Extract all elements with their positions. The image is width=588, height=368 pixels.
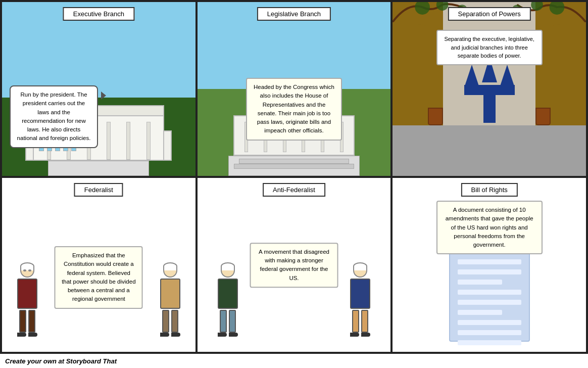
bor-document: [449, 241, 530, 342]
separation-title: Separation of Powers: [448, 7, 531, 21]
doc-line: [458, 340, 521, 345]
svg-rect-10: [464, 85, 515, 95]
storyboard-grid: Executive Branch: [0, 0, 588, 354]
antifederalist-person-left: [218, 263, 238, 337]
antifederalist-title: Anti-Federalist: [263, 183, 325, 197]
svg-point-0: [415, 2, 430, 15]
person-hair: [353, 262, 367, 270]
cell-bill-of-rights: Bill of Rights A document consisting of …: [391, 177, 587, 353]
svg-marker-8: [464, 65, 479, 87]
federalist-title: Federalist: [74, 183, 123, 197]
person-head: [20, 263, 34, 278]
person-hair: [163, 262, 177, 270]
doc-line-short: [458, 310, 502, 315]
federalist-person-right: [160, 263, 180, 337]
doc-line: [458, 259, 521, 264]
person-body: [160, 279, 180, 309]
footer: Create your own at Storyboard That: [0, 354, 588, 368]
person-head: [221, 263, 235, 278]
person-feet: [17, 333, 37, 337]
separation-arrows: [459, 57, 520, 123]
person-legs: [220, 310, 236, 333]
svg-point-1: [436, 2, 449, 11]
arch-floor: [393, 125, 586, 176]
legislative-title: Legislative Branch: [257, 7, 331, 21]
person-feet: [160, 333, 180, 337]
cell-legislative: Legislative Branch: [197, 1, 392, 177]
person-head: [163, 263, 177, 278]
doc-line: [458, 269, 521, 274]
person-hair: [20, 262, 34, 270]
person-feet: [350, 333, 370, 337]
executive-bubble: Run by the president. The president carr…: [10, 85, 98, 148]
executive-title: Executive Branch: [63, 7, 134, 21]
bor-scroll: A document consisting of 10 amendments t…: [436, 201, 543, 254]
doc-line: [458, 300, 521, 305]
cell-separation: Separating the executive, legislative, a…: [391, 1, 587, 177]
svg-point-3: [550, 2, 565, 15]
cell-federalist: Federalist: [1, 177, 197, 353]
pot-left: [428, 108, 443, 125]
person-feet: [218, 333, 238, 337]
doc-line: [458, 330, 521, 335]
person-hair: [221, 262, 235, 270]
svg-marker-9: [500, 65, 515, 87]
wh-steps: [48, 161, 149, 176]
bor-doc-lines: [450, 242, 529, 353]
doc-line-short: [458, 280, 502, 285]
footer-text: Create your own at Storyboard That: [5, 357, 117, 365]
person-body: [17, 279, 37, 309]
person-head: [353, 263, 367, 278]
legislative-scroll: Headed by the Congress which also includ…: [246, 78, 342, 141]
person-legs: [162, 310, 178, 333]
pot-right: [535, 108, 551, 125]
federalist-scroll: Emphasized that the Constitution would c…: [55, 246, 143, 309]
antifederalist-scroll: A movement that disagreed with making a …: [250, 243, 338, 288]
antifederalist-person-right: [350, 263, 370, 337]
federalist-person-left: [17, 263, 37, 337]
bor-title: Bill of Rights: [461, 183, 518, 197]
person-legs: [352, 310, 368, 333]
cap-steps: [228, 156, 360, 176]
person-body: [218, 279, 238, 309]
cell-executive: Executive Branch: [1, 1, 197, 177]
separation-scroll: Separating the executive, legislative, a…: [436, 30, 543, 65]
doc-line: [458, 290, 521, 295]
person-body: [350, 279, 370, 309]
svg-rect-6: [483, 93, 496, 123]
doc-line: [458, 320, 521, 325]
person-legs: [19, 310, 35, 333]
cell-antifederalist: Anti-Federalist: [197, 177, 392, 353]
